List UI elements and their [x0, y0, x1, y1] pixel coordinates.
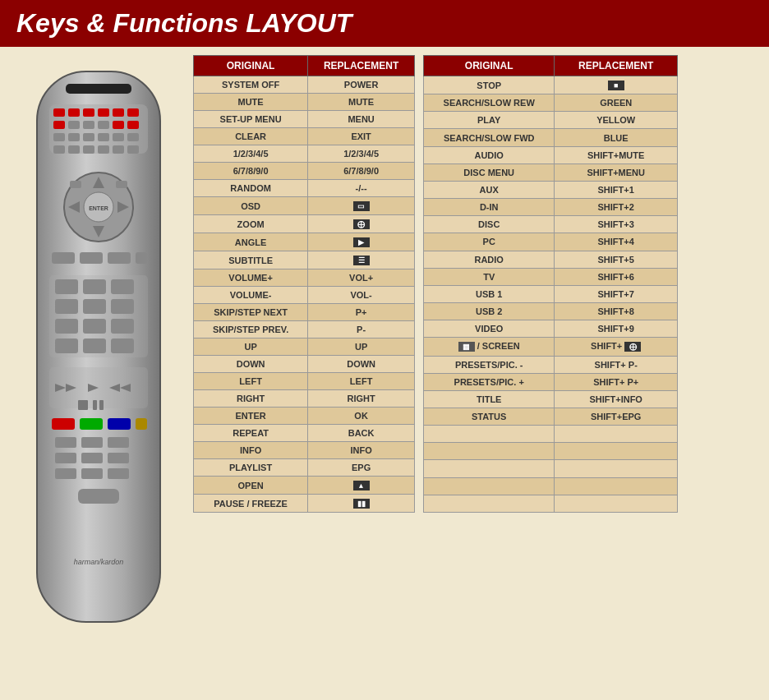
table-row: PLAYLISTEPG	[194, 459, 415, 477]
original-cell: RANDOM	[194, 180, 308, 197]
replacement-cell: ■	[555, 76, 678, 94]
original-cell: MUTE	[194, 94, 308, 111]
table-row: SYSTEM OFFPOWER	[194, 76, 415, 94]
original-cell: DISC	[424, 216, 555, 233]
svg-rect-71	[108, 453, 129, 463]
original-cell: SET-UP MENU	[194, 111, 308, 128]
original-cell: DOWN	[194, 356, 308, 373]
replacement-cell: SHIFT+4	[555, 233, 678, 251]
replacement-cell: SHIFT+6	[555, 268, 678, 285]
replacement-cell: SHIFT+1	[555, 181, 678, 198]
original-cell: LEFT	[194, 373, 308, 390]
original-cell: ▦ / SCREEN	[424, 338, 555, 356]
table-row: SEARCH/SLOW FWDBLUE	[424, 129, 678, 146]
table-row: OSD▭	[194, 197, 415, 215]
replacement-cell: SHIFT+3	[555, 216, 678, 233]
replacement-cell: LEFT	[308, 373, 415, 390]
replacement-cell: SHIFT+MUTE	[555, 146, 678, 163]
svg-rect-59	[78, 400, 88, 410]
replacement-cell: BLUE	[555, 129, 678, 146]
original-cell: OPEN	[194, 477, 308, 495]
table-row: STATUSSHIFT+EPG	[424, 408, 678, 425]
replacement-cell: ☰	[308, 251, 415, 269]
replacement-cell: UP	[308, 338, 415, 356]
svg-rect-11	[83, 121, 94, 129]
original-cell: SEARCH/SLOW REW	[424, 94, 555, 112]
svg-rect-49	[111, 319, 134, 334]
original-cell: PLAYLIST	[194, 459, 308, 477]
svg-rect-46	[111, 299, 134, 314]
svg-rect-68	[108, 437, 129, 448]
svg-rect-3	[53, 108, 65, 117]
svg-rect-21	[53, 145, 65, 154]
original-cell: PAUSE / FREEZE	[194, 495, 308, 513]
svg-rect-69	[55, 453, 76, 463]
table-row: SET-UP MENUMENU	[194, 111, 415, 128]
svg-rect-34	[70, 181, 81, 188]
original-cell: ANGLE	[194, 233, 308, 251]
replacement-cell: BACK	[308, 425, 415, 442]
svg-rect-37	[80, 252, 103, 264]
replacement-cell: EPG	[308, 459, 415, 477]
svg-rect-39	[136, 252, 147, 264]
original-cell: USB 2	[424, 303, 555, 320]
replacement-cell: VOL-	[308, 287, 415, 304]
table-row: SEARCH/SLOW REWGREEN	[424, 94, 678, 112]
table-row: CLEAREXIT	[194, 128, 415, 145]
svg-rect-38	[108, 252, 131, 264]
svg-rect-35	[116, 181, 127, 188]
svg-rect-60	[93, 400, 97, 410]
svg-rect-72	[55, 468, 76, 479]
replacement-cell: 6/7/8/9/0	[308, 163, 415, 180]
table-row: STOP■	[424, 76, 678, 94]
replacement-cell: 1/2/3/4/5	[308, 145, 415, 163]
svg-rect-1	[66, 84, 131, 94]
table-row: REPEATBACK	[194, 425, 415, 442]
svg-rect-64	[108, 418, 131, 430]
original-cell: DISC MENU	[424, 163, 555, 181]
svg-rect-25	[113, 145, 124, 154]
table-row: OPEN▴	[194, 477, 415, 495]
replacement-cell: SHIFT+ ⨁	[555, 338, 678, 356]
svg-rect-45	[83, 299, 106, 314]
svg-rect-17	[83, 133, 94, 141]
svg-rect-5	[83, 108, 94, 117]
table-row: PLAYYELLOW	[424, 112, 678, 129]
table-row-empty	[424, 495, 678, 512]
svg-rect-16	[68, 133, 80, 141]
original-cell: PLAY	[424, 112, 555, 129]
original-cell: AUX	[424, 181, 555, 198]
svg-rect-65	[136, 418, 147, 430]
original-cell: AUDIO	[424, 146, 555, 163]
replacement-cell: ▴	[308, 477, 415, 495]
right-table: ORIGINAL REPLACEMENT STOP■SEARCH/SLOW RE…	[423, 55, 678, 513]
svg-rect-41	[55, 279, 78, 294]
svg-rect-51	[83, 338, 106, 353]
table-row: VIDEOSHIFT+9	[424, 320, 678, 338]
svg-rect-8	[127, 108, 139, 117]
replacement-cell: P-	[308, 321, 415, 338]
svg-rect-7	[113, 108, 124, 117]
right-col-original: ORIGINAL	[424, 56, 555, 76]
original-cell: 1/2/3/4/5	[194, 145, 308, 163]
table-row: 6/7/8/9/06/7/8/9/0	[194, 163, 415, 180]
svg-rect-66	[55, 437, 76, 448]
table-row: LEFTLEFT	[194, 373, 415, 390]
svg-rect-12	[98, 121, 109, 129]
original-cell: RIGHT	[194, 390, 308, 408]
original-cell: RADIO	[424, 251, 555, 268]
svg-rect-14	[127, 121, 139, 129]
replacement-cell: INFO	[308, 442, 415, 459]
svg-rect-6	[98, 108, 109, 117]
original-cell: INFO	[194, 442, 308, 459]
svg-rect-75	[78, 489, 119, 504]
original-cell: PRESETS/PIC. +	[424, 373, 555, 390]
table-row: TVSHIFT+6	[424, 268, 678, 285]
table-row: SKIP/STEP NEXTP+	[194, 304, 415, 321]
table-row: RANDOM-/--	[194, 180, 415, 197]
table-row-empty	[424, 443, 678, 460]
page-title: Keys & Functions LAYOUT	[0, 0, 769, 47]
svg-rect-52	[111, 338, 134, 353]
original-cell: SYSTEM OFF	[194, 76, 308, 94]
original-cell: PRESETS/PIC. -	[424, 356, 555, 373]
